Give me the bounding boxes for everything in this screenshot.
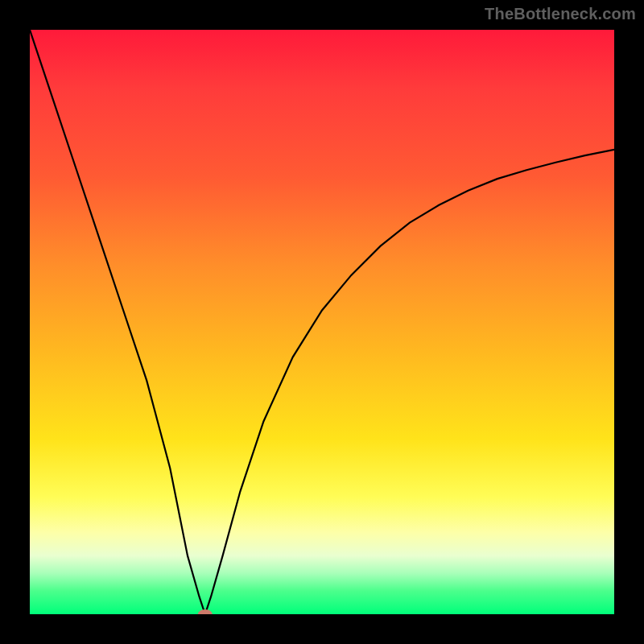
minimum-marker: [198, 609, 213, 614]
curve-svg: [30, 30, 614, 614]
plot-area: [30, 30, 614, 614]
bottleneck-curve: [30, 30, 614, 614]
watermark-text: TheBottleneck.com: [485, 5, 636, 23]
chart-container: TheBottleneck.com: [0, 0, 644, 644]
